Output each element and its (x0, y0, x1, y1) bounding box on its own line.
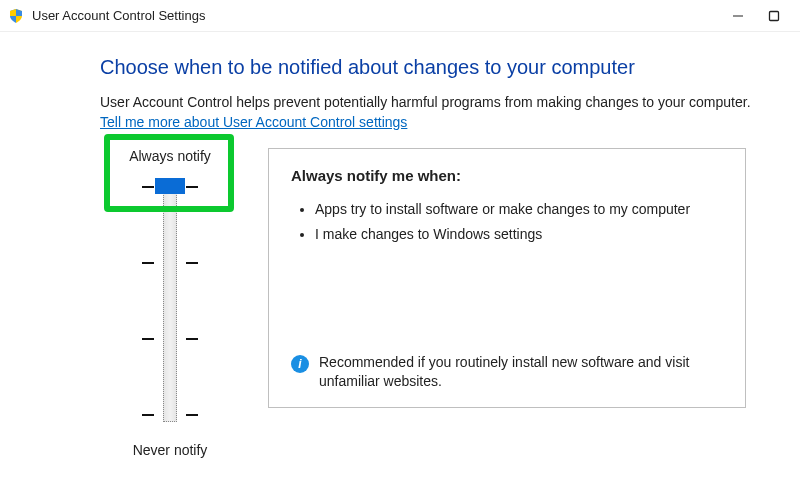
slider-track (163, 180, 177, 422)
shield-icon (8, 8, 24, 24)
minimize-button[interactable] (720, 2, 756, 30)
page-description: User Account Control helps prevent poten… (100, 93, 756, 112)
learn-more-link[interactable]: Tell me more about User Account Control … (100, 114, 407, 130)
slider-label-always: Always notify (129, 148, 211, 164)
recommendation-text: Recommended if you routinely install new… (319, 353, 723, 391)
svg-rect-0 (733, 15, 743, 16)
notification-detail-panel: Always notify me when: Apps try to insta… (268, 148, 746, 408)
panel-title: Always notify me when: (291, 167, 723, 184)
notification-slider-column: Always notify Never notify (100, 148, 240, 458)
notification-slider[interactable] (140, 172, 200, 430)
panel-bullet: I make changes to Windows settings (315, 225, 723, 244)
svg-rect-1 (770, 11, 779, 20)
content-area: Choose when to be notified about changes… (0, 32, 800, 458)
panel-bullet: Apps try to install software or make cha… (315, 200, 723, 219)
slider-label-never: Never notify (133, 442, 208, 458)
page-heading: Choose when to be notified about changes… (100, 56, 756, 79)
title-bar: User Account Control Settings (0, 0, 800, 32)
window-title: User Account Control Settings (32, 8, 720, 23)
info-icon: i (291, 355, 309, 373)
slider-thumb[interactable] (155, 178, 185, 194)
maximize-button[interactable] (756, 2, 792, 30)
panel-bullet-list: Apps try to install software or make cha… (291, 194, 723, 250)
